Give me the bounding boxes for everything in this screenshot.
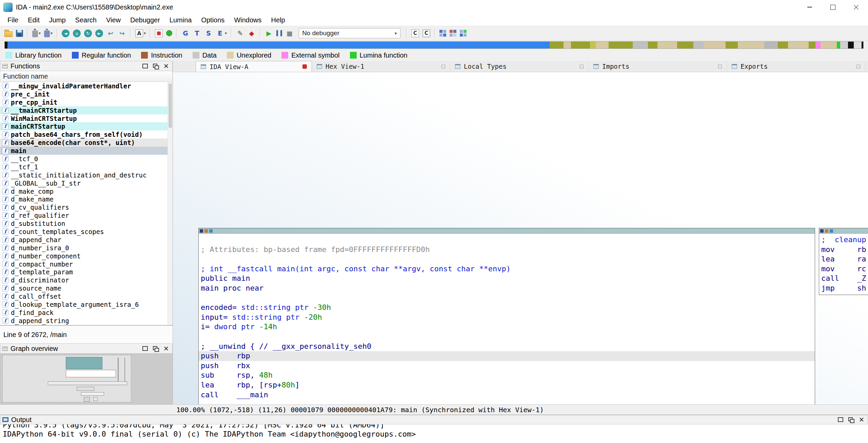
- menu-help[interactable]: Help: [267, 14, 290, 26]
- compile-c-button[interactable]: C: [410, 27, 421, 40]
- panel-close-button[interactable]: [162, 63, 170, 69]
- panel-float-button[interactable]: [152, 63, 160, 69]
- function-row[interactable]: fd_append_char: [0, 236, 172, 244]
- code-line[interactable]: mov rc: [819, 264, 868, 274]
- code-line[interactable]: ; int __fastcall main(int argc, const ch…: [199, 264, 815, 274]
- function-row[interactable]: fbase64_encode(char const*, uint): [0, 139, 172, 147]
- navband-segment[interactable]: [590, 42, 596, 48]
- function-row[interactable]: fd_call_offset: [0, 292, 172, 300]
- minimize-button[interactable]: [798, 0, 821, 14]
- navigate-refresh-button[interactable]: ↻: [82, 27, 94, 40]
- function-row[interactable]: fpatch_base64_chars_from_self(void): [0, 130, 172, 139]
- navband-segment[interactable]: [821, 42, 837, 48]
- desktop-layout-2-button[interactable]: [448, 27, 458, 40]
- code-line[interactable]: lea rbp, [rsp+80h]: [199, 380, 815, 390]
- set-block-color-button[interactable]: ▾: [42, 27, 54, 40]
- function-name-column-header[interactable]: Function name: [0, 71, 173, 82]
- code-line[interactable]: push rbx: [199, 361, 815, 371]
- panel-maximize-button[interactable]: [141, 345, 149, 352]
- function-row[interactable]: fmainCRTStartup: [0, 122, 172, 130]
- open-structures-button[interactable]: S: [203, 27, 214, 40]
- navband-segment[interactable]: [7, 42, 550, 48]
- function-row[interactable]: fmain: [0, 147, 172, 155]
- navband-segment[interactable]: [788, 42, 808, 48]
- function-row[interactable]: fd_find_pack: [0, 309, 172, 317]
- graph-node-main[interactable]: ; Attributes: bp-based frame fpd=0FFFFFF…: [198, 228, 815, 404]
- navband-segment[interactable]: [738, 42, 764, 48]
- navband-segment[interactable]: [840, 42, 848, 48]
- problems-button[interactable]: ◆: [246, 27, 257, 40]
- navband-segment[interactable]: [848, 42, 854, 48]
- function-row[interactable]: f__tcf_1: [0, 163, 172, 171]
- disassembly-graph-canvas[interactable]: ; Attributes: bp-based frame fpd=0FFFFFF…: [173, 72, 868, 404]
- code-line[interactable]: [199, 235, 815, 245]
- menu-windows[interactable]: Windows: [229, 14, 266, 26]
- navigate-home-button[interactable]: ⌂: [71, 27, 82, 40]
- code-line[interactable]: lea ra: [819, 254, 868, 264]
- code-line[interactable]: ; cleanup: [819, 235, 868, 245]
- code-line[interactable]: ; Attributes: bp-based frame fpd=0FFFFFF…: [199, 245, 815, 255]
- panel-close-button[interactable]: [162, 345, 170, 352]
- open-enums-button[interactable]: E▾: [214, 27, 229, 40]
- graph-node-side[interactable]: ; cleanupmov rblea ramov rccall _Zjmp sh: [819, 228, 868, 295]
- code-line[interactable]: mov rb: [819, 245, 868, 255]
- maximize-button[interactable]: [821, 0, 844, 14]
- navband-segment[interactable]: [571, 42, 590, 48]
- navband-segment[interactable]: [704, 42, 726, 48]
- function-row[interactable]: fd_lookup_template_argument_isra_6: [0, 300, 172, 309]
- menu-edit[interactable]: Edit: [23, 14, 44, 26]
- function-row[interactable]: f__static_initialization_and_destruc: [0, 171, 172, 179]
- save-database-button[interactable]: [14, 27, 25, 40]
- graph-overview-canvas[interactable]: [0, 354, 173, 404]
- code-line[interactable]: main proc near: [199, 283, 815, 293]
- close-button[interactable]: [844, 0, 868, 14]
- navband-segment[interactable]: [633, 42, 648, 48]
- debugger-stop-button[interactable]: ■: [284, 27, 295, 40]
- open-text-view-button[interactable]: T: [191, 27, 203, 40]
- compile-c-file-button[interactable]: C: [421, 27, 432, 40]
- function-row[interactable]: fpre_c_init: [0, 90, 172, 98]
- menu-search[interactable]: Search: [71, 14, 101, 26]
- tab-imports[interactable]: Imports: [589, 61, 727, 72]
- function-row[interactable]: fd_make_comp: [0, 187, 172, 195]
- debugger-run-button[interactable]: ▶: [263, 27, 275, 40]
- jump-caller-button[interactable]: ↩: [105, 27, 116, 40]
- code-line[interactable]: call _Z: [819, 274, 868, 283]
- function-row[interactable]: fd_compact_number: [0, 260, 172, 268]
- tab-local-types[interactable]: Local Types: [450, 61, 589, 72]
- navband-segment[interactable]: [815, 42, 821, 48]
- navband-segment[interactable]: [778, 42, 788, 48]
- function-row[interactable]: fd_ref_qualifier: [0, 211, 172, 219]
- set-item-color-button[interactable]: ▾: [31, 27, 42, 40]
- code-line[interactable]: encoded= std::string ptr -30h: [199, 303, 815, 313]
- menu-jump[interactable]: Jump: [44, 14, 71, 26]
- navband-segment[interactable]: [764, 42, 778, 48]
- function-row[interactable]: fd_append_string: [0, 317, 172, 325]
- desktop-layout-1-button[interactable]: [438, 27, 448, 40]
- functions-list[interactable]: f__mingw_invalidParameterHandlerfpre_c_i…: [0, 82, 173, 325]
- navband-segment[interactable]: [5, 42, 7, 48]
- code-line[interactable]: jmp sh: [819, 283, 868, 293]
- code-line[interactable]: [199, 332, 815, 342]
- panel-maximize-button[interactable]: [141, 63, 149, 69]
- function-row[interactable]: fd_number_isra_0: [0, 244, 172, 252]
- panel-float-button[interactable]: [152, 345, 160, 352]
- menu-options[interactable]: Options: [196, 14, 229, 26]
- navband-segment[interactable]: [550, 42, 563, 48]
- navigate-forward-button[interactable]: ►: [94, 27, 105, 40]
- function-row[interactable]: fd_discriminator: [0, 276, 172, 284]
- navband-segment[interactable]: [693, 42, 704, 48]
- code-line[interactable]: sub rsp, 48h: [199, 371, 815, 380]
- navband-segment[interactable]: [564, 42, 571, 48]
- menu-file[interactable]: File: [3, 14, 23, 26]
- panel-close-button[interactable]: [857, 416, 866, 423]
- debugger-combo[interactable]: No debugger▾: [299, 28, 400, 38]
- panel-float-button[interactable]: [847, 416, 855, 423]
- code-line[interactable]: push rbp: [199, 351, 815, 361]
- function-row[interactable]: f__mingw_invalidParameterHandler: [0, 82, 172, 90]
- navband-segment[interactable]: [657, 42, 677, 48]
- functions-scrollbar-thumb[interactable]: [169, 84, 172, 128]
- function-row[interactable]: fWinMainCRTStartup: [0, 114, 172, 123]
- function-row[interactable]: fpre_cpp_init: [0, 98, 172, 106]
- rename-button[interactable]: A▾: [134, 27, 147, 40]
